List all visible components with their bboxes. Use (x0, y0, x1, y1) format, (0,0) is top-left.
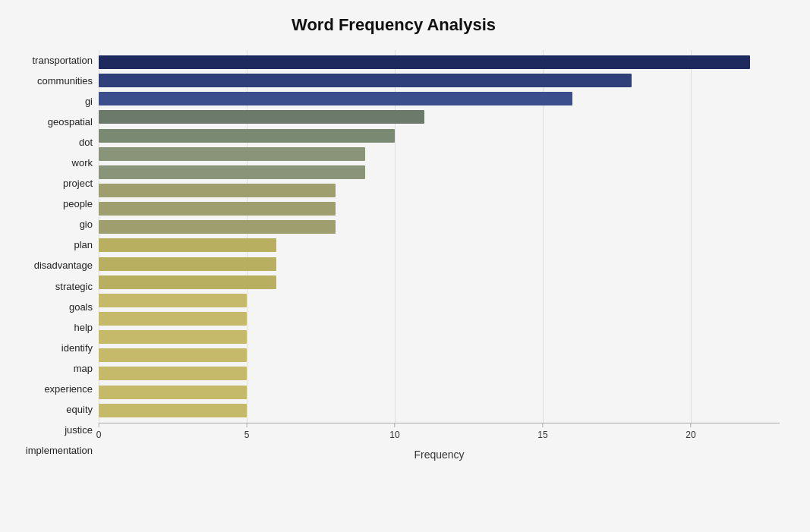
y-label: plan (74, 240, 93, 250)
y-label: equity (66, 405, 93, 414)
bar-row (99, 54, 780, 71)
bar (99, 238, 276, 252)
y-label: project (63, 178, 93, 188)
x-tick: 0 (96, 423, 102, 440)
bar-row (99, 182, 780, 199)
y-label: people (63, 199, 93, 209)
bar-row (99, 219, 780, 235)
x-tick-line (542, 423, 543, 427)
bar (99, 74, 632, 87)
bars-wrapper (99, 50, 780, 423)
bar (99, 202, 336, 216)
bar (99, 147, 365, 161)
chart-title: Word Frequency Analysis (8, 15, 780, 35)
x-tick-label: 20 (686, 430, 695, 440)
x-tick-label: 10 (389, 430, 399, 440)
y-label: experience (44, 384, 93, 394)
y-label: identify (61, 343, 93, 353)
y-label: geospatial (48, 117, 93, 127)
bar-row (99, 72, 780, 89)
bar (99, 330, 247, 344)
y-label: disadvantage (34, 260, 93, 270)
bars-inner (99, 50, 780, 423)
bar-row (99, 310, 780, 327)
x-tick-line (99, 423, 99, 427)
bar (99, 110, 424, 124)
bar-row (99, 256, 780, 272)
bar (99, 348, 247, 362)
bar (99, 55, 750, 69)
x-tick-label: 5 (244, 430, 250, 440)
bar-row (99, 292, 780, 309)
bar (99, 367, 247, 380)
bar-row (99, 237, 780, 253)
x-tick: 5 (244, 423, 250, 440)
bar (99, 294, 247, 307)
bar (99, 257, 276, 271)
y-label: work (72, 158, 93, 168)
bar (99, 404, 247, 417)
y-label: gi (85, 96, 93, 106)
bar-row (99, 200, 780, 217)
bar-row (99, 402, 780, 419)
y-label: transportation (33, 55, 93, 65)
y-label: communities (37, 76, 93, 86)
x-tick-label: 0 (96, 430, 102, 440)
y-label: help (74, 323, 93, 332)
x-axis: 05101520 (99, 423, 780, 445)
bar (99, 312, 247, 326)
y-label: gio (80, 219, 93, 229)
x-tick-label: 15 (537, 430, 547, 440)
bar (99, 220, 336, 234)
bar (99, 165, 365, 179)
x-tick: 15 (537, 423, 547, 440)
y-label: strategic (55, 282, 93, 291)
bar-row (99, 90, 780, 107)
bars-and-xaxis: 05101520 Frequency (99, 50, 780, 461)
bar (99, 386, 247, 399)
x-tick-line (690, 423, 691, 427)
bar-row (99, 329, 780, 345)
y-label: map (74, 364, 93, 373)
x-tick: 20 (686, 423, 695, 440)
x-tick: 10 (389, 423, 399, 440)
bar (99, 275, 276, 289)
bar (99, 129, 395, 143)
bar-row (99, 109, 780, 125)
x-tick-line (394, 423, 395, 427)
bar-row (99, 274, 780, 291)
y-label: implementation (26, 445, 93, 455)
bar-row (99, 365, 780, 382)
x-axis-title: Frequency (99, 449, 780, 461)
bar-row (99, 384, 780, 401)
bar-row (99, 127, 780, 144)
y-axis-labels: transportationcommunitiesgigeospatialdot… (8, 50, 99, 461)
chart-container: Word Frequency Analysis transportationco… (0, 0, 810, 532)
y-label: goals (69, 302, 93, 312)
x-tick-line (247, 423, 247, 427)
bar-row (99, 146, 780, 162)
chart-area: transportationcommunitiesgigeospatialdot… (8, 50, 780, 461)
bar (99, 92, 572, 105)
bar-row (99, 347, 780, 364)
bar-row (99, 164, 780, 181)
y-label: dot (79, 137, 93, 147)
y-label: justice (65, 425, 93, 435)
bar (99, 184, 336, 197)
